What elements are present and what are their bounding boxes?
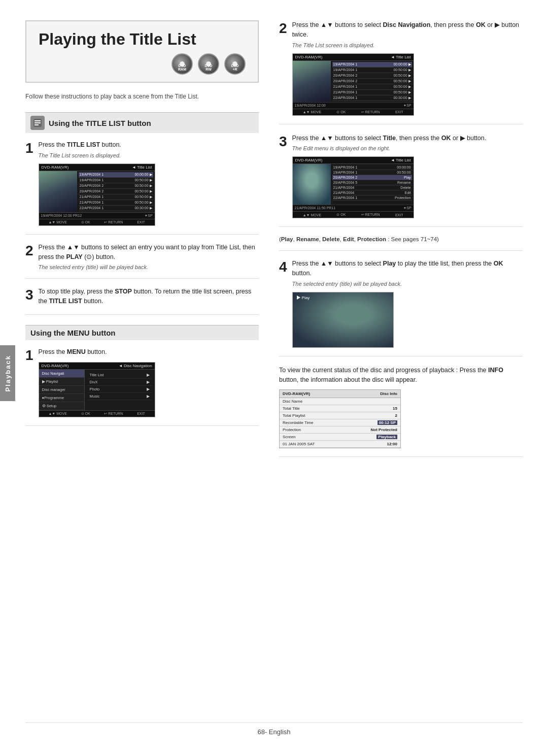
step3-text: To stop title play, press the STOP butto…	[39, 287, 259, 306]
menu-right-panel: Title List▶ DivX▶ Photo▶	[85, 370, 155, 410]
right-step2-row: 2 Press the ▲▼ buttons to select Disc Na…	[279, 20, 523, 116]
section2-container: Using the MENU button 1 Press the MENU b…	[25, 325, 259, 426]
right-screen2-header: DVD-RAM(VR) ◄ Title List	[293, 157, 414, 164]
disc-info-row-playlist: Total Playlist 2	[280, 412, 400, 419]
right-step3-content: Press the ▲▼ buttons to select Title, th…	[292, 134, 523, 219]
step3-bold-stop: STOP	[115, 288, 132, 295]
disc-info-row-date: 01 JAN 2005 SAT 12:00	[280, 441, 400, 448]
right-step3-number: 3	[279, 135, 287, 149]
svg-rect-1	[35, 120, 41, 121]
screen1-header-left: DVD-RAM(VR)	[42, 165, 69, 170]
disc-info-header: DVD-RAM(VR) Disc Info	[280, 390, 400, 398]
total-title-label: Total Title	[283, 406, 300, 411]
pn-play: Play	[281, 236, 293, 242]
page-title: Playing the Title List	[39, 30, 246, 48]
intro-text: Follow these instructions to play back a…	[25, 92, 259, 101]
right-screen1-footer: ▲▼ MOVE ⊙ OK ↩ RETURN EXIT	[293, 109, 414, 115]
right-step4-bold1: Play	[383, 260, 396, 267]
step1-text: Press the TITLE LIST button.	[39, 140, 259, 150]
right-screen1-list: 19/APR/2004 100:00:00 ▶ 19/APR/2004 100:…	[331, 61, 414, 102]
right-step4-row: 4 Press the ▲▼ buttons to select Play to…	[279, 259, 523, 348]
menu-left-panel: Disc Navigati ▶ Playlist Disc manager ●P…	[39, 370, 85, 410]
title-list-screen-mockup-right-2: DVD-RAM(VR) ◄ Title List 19/APR/2004 100…	[292, 156, 414, 218]
menu-step1-bold: MENU	[67, 348, 86, 355]
step1-sub: The Title List screen is displayed.	[39, 152, 259, 158]
step3-row: 3 To stop title play, press the STOP but…	[25, 287, 259, 306]
right-step2-content: Press the ▲▼ buttons to select Disc Navi…	[292, 20, 523, 116]
disc-info-row-protection: Protection Not Protected	[280, 426, 400, 434]
screen1-date-row: 19/APR/2004 12:00 PR12 ✦SP	[39, 212, 155, 219]
step-3-title-list: 3 To stop title play, press the STOP but…	[25, 287, 259, 315]
rs2-exit: EXIT	[395, 213, 403, 217]
step3-number: 3	[25, 288, 33, 302]
pn-delete: Delete	[322, 236, 340, 242]
left-column: Playing the Title List DVDRAM DVDRW	[25, 20, 259, 712]
info-bold: INFO	[488, 367, 503, 374]
menu-body: Disc Navigati ▶ Playlist Disc manager ●P…	[39, 370, 155, 410]
right-screen1-row-1: 19/APR/2004 100:00:00 ▶	[332, 62, 412, 68]
screen1-body: 19/APR/2004 100:00:00 ▶ 19/APR/2004 100:…	[39, 171, 155, 212]
right-screen1-row-3: 20/APR/2004 200:50:00 ▶	[332, 73, 412, 79]
pn-rename: Rename	[296, 236, 319, 242]
title-list-screen-mockup-right-1: DVD-RAM(VR) ◄ Title List 19/APR/2004 100…	[292, 53, 414, 116]
svg-rect-3	[35, 124, 39, 125]
screen1-ok: ⊙ OK	[81, 220, 90, 224]
disc-info-left: DVD-RAM(VR)	[283, 391, 310, 396]
total-title-val: 15	[393, 406, 397, 411]
step2-sub: The selected entry (title) will be playe…	[39, 264, 259, 270]
right-step4-number: 4	[279, 260, 287, 274]
disc-info-screen: DVD-RAM(VR) Disc Info Disc Name Total Ti…	[279, 389, 401, 448]
play-screen-mockup: Play	[292, 292, 394, 348]
screen-val: Playback	[376, 435, 397, 439]
dvd-plus-r-wrapper: DVD+R	[224, 53, 246, 75]
parens-note-section: (Play, Rename, Delete, Edit, Protection …	[279, 236, 523, 251]
right-screen2-left: DVD-RAM(VR)	[295, 158, 323, 162]
menu-step1-content: Press the MENU button. DVD-RAM(VR) ◄ Dis…	[39, 347, 259, 417]
right-screen2-list: 19/APR/2004 100:00:00 19/APR/2004 100:50…	[331, 164, 414, 205]
menu-header-right: ◄ Disc Navigation	[119, 364, 152, 368]
right-step2-bold1: Disc Navigation	[383, 21, 431, 28]
dvd-ram-wrapper: DVDRAM	[172, 53, 193, 75]
screen1-thumb-inner	[39, 171, 77, 212]
right-screen2-row-7: 22/APR/2004 1Protection	[332, 195, 412, 201]
disc-icons-row: DVDRAM DVDRW DVD+R	[39, 53, 246, 75]
right-screen1-left: DVD-RAM(VR)	[295, 55, 323, 59]
right-screen2-thumb	[293, 164, 331, 205]
pn-edit: Edit	[343, 236, 354, 242]
right-screen2-row-6: 21/APR/2004Edit	[332, 190, 412, 195]
menu-step1-number: 1	[25, 348, 33, 363]
right-step2-sub: The Title List screen is displayed.	[292, 42, 523, 48]
right-step2-text: Press the ▲▼ buttons to select Disc Navi…	[292, 20, 523, 40]
dvd-rw-label: DVDRW	[205, 64, 213, 72]
play-bg	[293, 292, 393, 347]
menu-header-left: DVD-RAM(VR)	[42, 364, 69, 368]
menu-footer-ok: ⊙ OK	[81, 412, 90, 416]
dvd-ram-label: DVDRAM	[178, 64, 186, 72]
step3-bold-titlelist: TITLE LIST	[49, 298, 82, 305]
menu-step1-row: 1 Press the MENU button. DVD-RAM(VR) ◄ D…	[25, 347, 259, 417]
step-2-title-list: 2 Press the ▲▼ buttons to select an entr…	[25, 243, 259, 279]
screen1-exit: EXIT	[137, 220, 145, 224]
dvd-rw-icon: DVDRW	[198, 53, 219, 75]
right-screen1-row-7: 22/APR/2004 100:30:00 ▶	[332, 95, 412, 101]
disc-info-right: Disc Info	[380, 391, 397, 396]
menu-footer-exit: EXIT	[137, 412, 145, 416]
menu-screen-mockup: DVD-RAM(VR) ◄ Disc Navigation Disc Navig…	[39, 362, 155, 417]
screen1-header: DVD-RAM(VR) ◄ Title List	[39, 164, 155, 171]
right-step3-sub: The Edit menu is displayed on the right.	[292, 145, 523, 151]
step2-number: 2	[25, 244, 33, 258]
date-time-val: 12:00	[387, 442, 397, 446]
playback-tab-label: Playback	[4, 355, 12, 391]
playback-sidebar-tab: Playback	[0, 345, 15, 401]
right-screen1-thumb-inner	[293, 61, 331, 102]
title-box: Playing the Title List DVDRAM DVDRW	[25, 20, 259, 83]
menu-footer-return: ↩ RETURN	[104, 412, 123, 416]
right-step4-bold2: OK	[494, 260, 503, 267]
protection-val: Not Protected	[371, 428, 397, 432]
right-screen1-right: ◄ Title List	[391, 55, 410, 59]
right-screen2-row-1: 19/APR/2004 100:00:00	[332, 165, 412, 170]
total-playlist-val: 2	[395, 413, 397, 418]
right-step4-text: Press the ▲▼ buttons to select Play to p…	[292, 259, 523, 278]
right-step-3: 3 Press the ▲▼ buttons to select Title, …	[279, 134, 523, 227]
menu-item-programme: ●Programme	[39, 394, 84, 402]
